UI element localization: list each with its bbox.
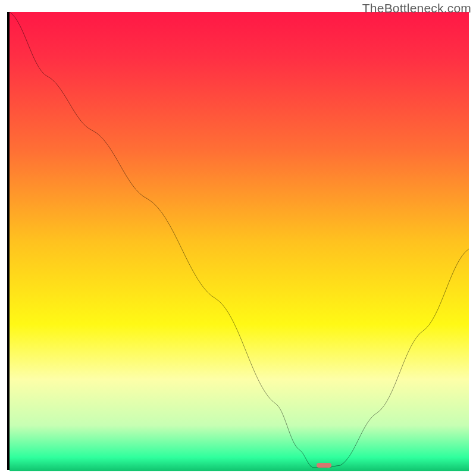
chart-axes-frame: [7, 12, 469, 470]
bottleneck-curve-line: [10, 12, 469, 468]
optimal-point-marker: [317, 463, 331, 468]
watermark-text: TheBottleneck.com: [362, 1, 471, 15]
